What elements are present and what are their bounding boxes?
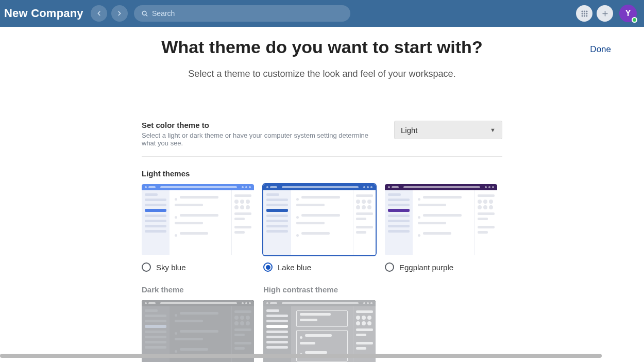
theme-settings: Set color theme to Select a light or dar… <box>142 121 502 362</box>
radio-icon <box>142 262 151 272</box>
theme-option-lake-blue[interactable]: Lake blue <box>263 184 376 272</box>
theme-preview-high-contrast[interactable] <box>263 300 376 362</box>
company-name: New Company <box>4 7 83 20</box>
page-subtitle: Select a theme to customize the look and… <box>0 69 644 79</box>
horizontal-scrollbar[interactable] <box>0 354 602 358</box>
radio-icon <box>385 262 394 272</box>
search-icon <box>141 10 148 17</box>
theme-preview-dark[interactable] <box>142 300 254 362</box>
theme-preview-eggplant-purple[interactable] <box>385 184 497 255</box>
color-theme-row: Set color theme to Select a light or dar… <box>142 121 502 147</box>
color-theme-selected-value: Light <box>401 126 418 135</box>
caret-down-icon: ▼ <box>490 127 496 133</box>
presence-indicator-icon <box>632 17 637 23</box>
secondary-theme-sections: Dark theme Hig <box>142 285 502 362</box>
theme-radio-sky-blue[interactable]: Sky blue <box>142 262 254 272</box>
theme-radio-eggplant-purple[interactable]: Eggplant purple <box>385 262 497 272</box>
radio-icon <box>263 262 273 272</box>
topbar: New Company Y <box>0 0 644 27</box>
svg-point-10 <box>586 15 587 17</box>
svg-point-7 <box>586 13 587 14</box>
theme-preview-sky-blue[interactable] <box>142 184 254 255</box>
search-input[interactable] <box>152 9 343 18</box>
page-title: What theme do you want to start with? <box>0 37 644 57</box>
dark-theme-label: Dark theme <box>142 285 254 294</box>
theme-option-sky-blue[interactable]: Sky blue <box>142 184 254 272</box>
preview-titlebar-icon <box>142 184 254 190</box>
avatar-initial: Y <box>625 9 631 18</box>
chevron-left-icon <box>95 10 103 17</box>
svg-point-6 <box>584 13 585 14</box>
svg-line-1 <box>146 15 147 16</box>
svg-point-2 <box>581 10 583 12</box>
color-theme-description: Select a light or dark theme or have you… <box>142 131 379 147</box>
theme-option-eggplant-purple[interactable]: Eggplant purple <box>385 184 497 272</box>
theme-radio-lake-blue[interactable]: Lake blue <box>263 262 376 272</box>
grid-icon <box>581 10 588 18</box>
search-field[interactable] <box>134 5 350 22</box>
light-themes-row: Sky blue <box>142 184 502 272</box>
light-themes-label: Light themes <box>142 169 502 178</box>
svg-point-5 <box>581 13 583 14</box>
done-button[interactable]: Done <box>590 44 611 55</box>
theme-radio-label: Lake blue <box>278 263 311 272</box>
avatar[interactable]: Y <box>619 5 637 22</box>
plus-icon <box>601 10 609 18</box>
theme-radio-label: Eggplant purple <box>399 263 453 272</box>
svg-point-3 <box>584 10 585 12</box>
create-button[interactable] <box>597 5 613 22</box>
nav-back-button[interactable] <box>91 5 107 22</box>
color-theme-label: Set color theme to <box>142 121 379 129</box>
preview-titlebar-icon <box>142 300 254 306</box>
chevron-right-icon <box>116 10 123 17</box>
nav-forward-button[interactable] <box>111 5 128 22</box>
color-theme-select[interactable]: Light ▼ <box>394 121 502 139</box>
high-contrast-theme-section: High contrast theme <box>263 285 376 362</box>
divider <box>142 156 502 157</box>
svg-point-4 <box>586 10 587 12</box>
theme-preview-lake-blue[interactable] <box>263 184 376 255</box>
high-contrast-theme-label: High contrast theme <box>263 285 376 294</box>
preview-titlebar-icon <box>385 184 497 190</box>
preview-titlebar-icon <box>263 300 376 306</box>
main-content: Done What theme do you want to start wit… <box>0 27 644 358</box>
theme-radio-label: Sky blue <box>156 263 186 272</box>
svg-point-8 <box>581 15 583 17</box>
app-launcher-button[interactable] <box>576 5 592 22</box>
dark-theme-section: Dark theme <box>142 285 254 362</box>
svg-point-9 <box>584 15 585 17</box>
preview-titlebar-icon <box>263 184 376 190</box>
